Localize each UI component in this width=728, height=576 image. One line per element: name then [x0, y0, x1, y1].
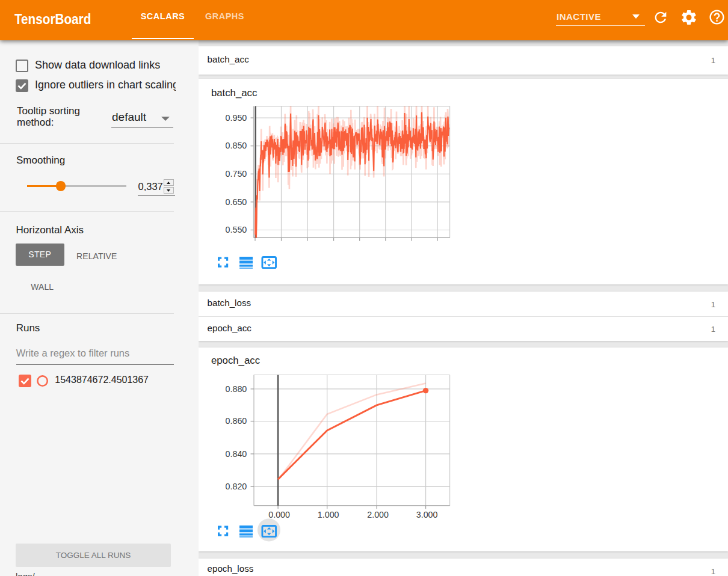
svg-text:0.820: 0.820: [226, 482, 247, 491]
svg-text:0.850: 0.850: [226, 141, 247, 150]
svg-text:1.000: 1.000: [318, 510, 339, 519]
svg-text:0.950: 0.950: [226, 113, 247, 123]
svg-text:2.000: 2.000: [367, 510, 389, 519]
svg-text:0.840: 0.840: [226, 449, 247, 459]
svg-text:3.000: 3.000: [416, 510, 438, 519]
svg-text:0.880: 0.880: [226, 384, 247, 394]
svg-text:0.000: 0.000: [268, 510, 290, 519]
svg-text:0.550: 0.550: [226, 225, 247, 234]
svg-text:0.860: 0.860: [226, 416, 247, 426]
svg-text:0.650: 0.650: [226, 197, 247, 207]
svg-text:0.750: 0.750: [226, 169, 247, 179]
